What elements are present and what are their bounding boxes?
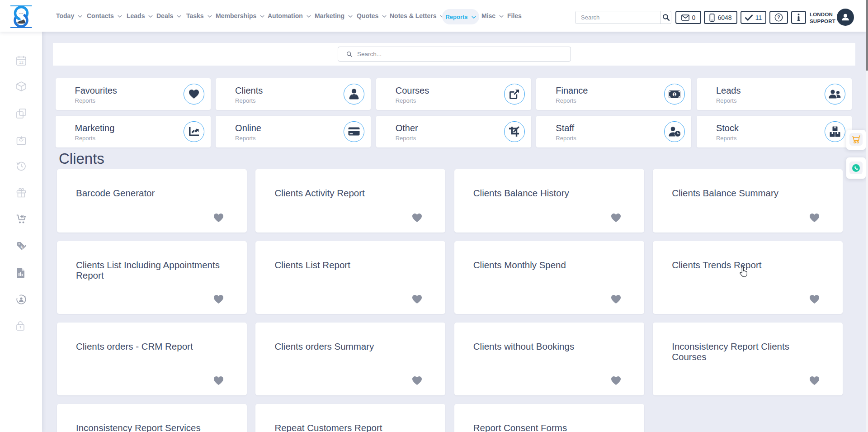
svg-text:?: ? bbox=[777, 15, 780, 20]
svg-text:12: 12 bbox=[19, 60, 24, 65]
svg-text:1: 1 bbox=[674, 92, 676, 96]
